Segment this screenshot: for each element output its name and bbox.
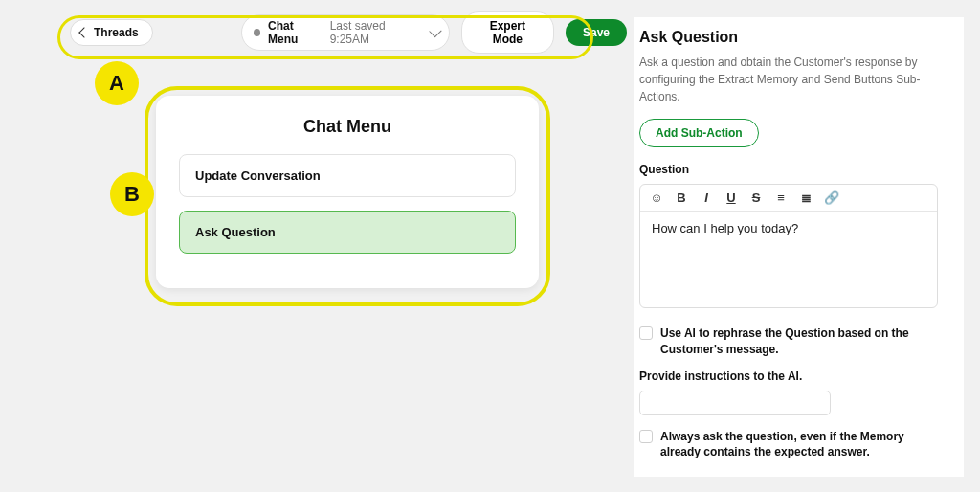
rephrase-label: Use AI to rephrase the Question based on… xyxy=(660,325,947,358)
rephrase-row: Use AI to rephrase the Question based on… xyxy=(639,325,947,358)
card-wrap: B Chat Menu Update Conversation Ask Ques… xyxy=(156,96,539,288)
action-ask-question[interactable]: Ask Question xyxy=(179,211,516,254)
expert-mode-button[interactable]: Expert Mode xyxy=(461,11,554,54)
ordered-list-icon[interactable]: ≡ xyxy=(774,190,788,205)
always-ask-checkbox[interactable] xyxy=(639,430,653,443)
annotation-badge-b: B xyxy=(110,172,154,216)
back-label: Threads xyxy=(94,26,139,39)
editor-canvas: Threads Chat Menu Last saved 9:25AM Expe… xyxy=(53,10,627,483)
underline-icon[interactable]: U xyxy=(724,190,738,205)
actions-card: Chat Menu Update Conversation Ask Questi… xyxy=(156,96,539,288)
question-label: Question xyxy=(639,163,947,176)
action-update-conversation[interactable]: Update Conversation xyxy=(179,154,516,197)
question-textarea[interactable]: How can I help you today? xyxy=(640,212,937,307)
editor-toolbar: ☺ B I U S ≡ ≣ 🔗 xyxy=(640,185,937,212)
save-button[interactable]: Save xyxy=(566,19,627,46)
always-ask-label: Always ask the question, even if the Mem… xyxy=(660,429,947,461)
rephrase-checkbox[interactable] xyxy=(639,326,653,340)
instructions-label: Provide instructions to the AI. xyxy=(639,369,947,383)
status-dot-icon xyxy=(254,29,260,36)
ai-instructions-input[interactable] xyxy=(639,391,831,415)
italic-icon[interactable]: I xyxy=(700,190,713,205)
back-to-threads[interactable]: Threads xyxy=(70,19,153,46)
chevron-down-icon xyxy=(430,25,443,38)
chevron-left-icon xyxy=(78,27,89,37)
panel-description: Ask a question and obtain the Customer's… xyxy=(639,54,947,105)
question-editor: ☺ B I U S ≡ ≣ 🔗 How can I help you today… xyxy=(639,184,938,308)
strike-icon[interactable]: S xyxy=(749,190,763,205)
right-panel: Ask Question Ask a question and obtain t… xyxy=(634,17,964,477)
always-ask-row: Always ask the question, even if the Mem… xyxy=(639,429,947,461)
last-saved-text: Last saved 9:25AM xyxy=(330,19,421,46)
annotation-badge-a: A xyxy=(95,61,139,105)
document-chip[interactable]: Chat Menu Last saved 9:25AM xyxy=(241,14,450,51)
emoji-icon[interactable]: ☺ xyxy=(650,190,663,205)
document-title: Chat Menu xyxy=(268,19,323,46)
bold-icon[interactable]: B xyxy=(675,190,688,205)
topbar: Threads Chat Menu Last saved 9:25AM Expe… xyxy=(53,10,627,56)
panel-title: Ask Question xyxy=(639,29,947,46)
card-title: Chat Menu xyxy=(179,117,516,137)
unordered-list-icon[interactable]: ≣ xyxy=(799,190,813,205)
add-sub-action-button[interactable]: Add Sub-Action xyxy=(639,119,759,147)
link-icon[interactable]: 🔗 xyxy=(824,190,839,205)
